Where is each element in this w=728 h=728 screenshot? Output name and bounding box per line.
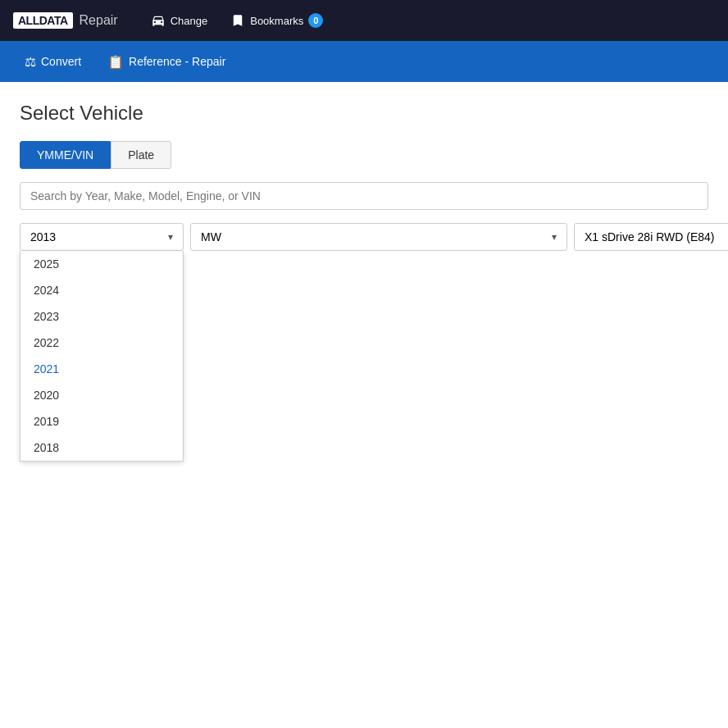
- year-chevron-icon: ▾: [168, 231, 173, 243]
- year-dropdown-list: 2025 2024 2023 2022 2021 2020 2019 2018: [20, 251, 184, 462]
- brand-subtitle: Repair: [80, 13, 118, 28]
- car-icon: [151, 13, 166, 28]
- convert-label: Convert: [41, 55, 81, 68]
- make-selector-value: MW: [201, 230, 221, 243]
- alldata-logo: ALLDATA: [13, 12, 73, 29]
- make-selector-btn[interactable]: MW ▾: [190, 223, 567, 251]
- nav-items: Change Bookmarks 0: [141, 8, 334, 33]
- year-selector-btn[interactable]: 2013 ▾: [20, 223, 184, 251]
- year-item-2025[interactable]: 2025: [20, 251, 183, 277]
- page-title: Select Vehicle: [20, 102, 708, 125]
- make-dropdown-container: MW ▾: [190, 223, 567, 251]
- reference-icon: 📋: [107, 54, 124, 70]
- search-input[interactable]: [20, 182, 708, 210]
- tab-ymme-vin[interactable]: YMME/VIN: [20, 141, 111, 169]
- make-chevron-icon: ▾: [552, 231, 557, 243]
- year-item-2021[interactable]: 2021: [20, 356, 183, 382]
- change-label: Change: [171, 15, 208, 27]
- year-item-2024[interactable]: 2024: [20, 277, 183, 303]
- bookmark-icon: [230, 13, 245, 28]
- selectors-row: 2013 ▾ 2025 2024 2023 2022 2021 2020 201…: [20, 223, 708, 251]
- convert-icon: ⚖: [25, 54, 36, 70]
- navbar: ALLDATA Repair Change Bookmarks 0: [0, 0, 728, 41]
- model-selector-btn[interactable]: X1 sDrive 28i RWD (E84): [574, 223, 728, 251]
- search-row: [20, 182, 708, 210]
- reference-repair-label: Reference - Repair: [129, 55, 225, 68]
- toolbar-reference-repair[interactable]: 📋 Reference - Repair: [96, 48, 237, 76]
- brand: ALLDATA Repair: [13, 12, 118, 29]
- tab-plate[interactable]: Plate: [111, 141, 171, 169]
- bookmarks-label: Bookmarks: [250, 15, 303, 27]
- year-item-2023[interactable]: 2023: [20, 303, 183, 330]
- year-item-2018[interactable]: 2018: [20, 435, 183, 461]
- model-dropdown-container: X1 sDrive 28i RWD (E84): [574, 223, 728, 251]
- year-selector-value: 2013: [30, 230, 56, 243]
- nav-change[interactable]: Change: [141, 8, 218, 33]
- year-item-2020[interactable]: 2020: [20, 382, 183, 408]
- bookmarks-badge: 0: [308, 13, 323, 28]
- model-selector-value: X1 sDrive 28i RWD (E84): [585, 230, 714, 243]
- year-item-2019[interactable]: 2019: [20, 408, 183, 435]
- main-content: Select Vehicle YMME/VIN Plate 2013 ▾ 202…: [0, 82, 728, 728]
- year-dropdown-container: 2013 ▾ 2025 2024 2023 2022 2021 2020 201…: [20, 223, 184, 251]
- toolbar-convert[interactable]: ⚖ Convert: [13, 48, 93, 76]
- year-item-2022[interactable]: 2022: [20, 330, 183, 356]
- nav-bookmarks[interactable]: Bookmarks 0: [221, 8, 333, 33]
- tab-bar: YMME/VIN Plate: [20, 141, 708, 169]
- toolbar: ⚖ Convert 📋 Reference - Repair: [0, 41, 728, 82]
